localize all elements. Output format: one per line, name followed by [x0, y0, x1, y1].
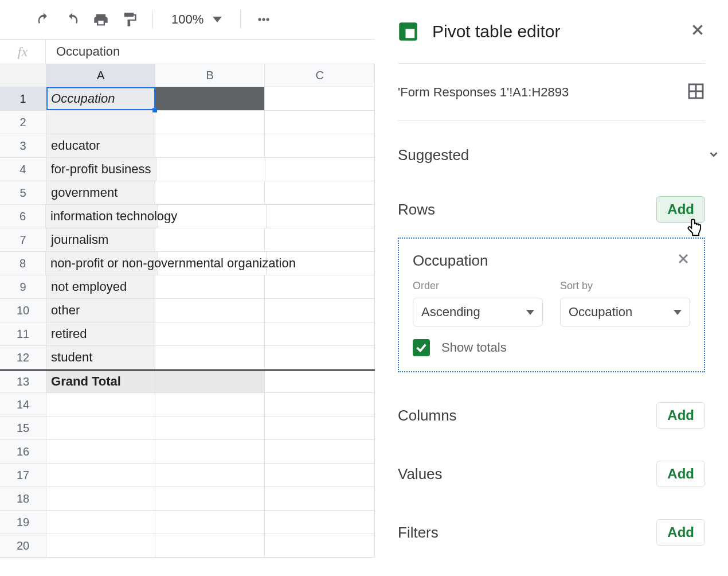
row-header[interactable]: 11 — [0, 322, 46, 345]
row-header[interactable]: 12 — [0, 346, 46, 369]
cell[interactable]: non-profit or non-governmental organizat… — [46, 252, 158, 275]
cell[interactable] — [265, 464, 375, 487]
cell[interactable] — [265, 534, 375, 557]
cell[interactable] — [155, 534, 265, 557]
cell[interactable] — [155, 464, 265, 487]
cell[interactable] — [265, 322, 375, 345]
cell[interactable] — [46, 440, 155, 463]
row-header[interactable]: 5 — [0, 181, 46, 204]
cell[interactable] — [155, 487, 265, 510]
cell[interactable] — [155, 275, 265, 298]
row-header[interactable]: 15 — [0, 417, 46, 439]
cell[interactable] — [265, 371, 375, 392]
suggested-section[interactable]: Suggested — [398, 146, 705, 164]
col-header[interactable]: B — [155, 64, 265, 87]
cell[interactable] — [155, 417, 265, 439]
cell[interactable] — [265, 440, 375, 463]
cell[interactable] — [46, 417, 155, 439]
cell[interactable] — [265, 417, 375, 439]
cell[interactable] — [46, 393, 155, 416]
row-header[interactable]: 7 — [0, 228, 46, 251]
cell[interactable]: student — [46, 346, 155, 369]
cell[interactable]: government — [46, 181, 155, 204]
cell[interactable] — [155, 393, 265, 416]
row-header[interactable]: 1 — [0, 87, 46, 110]
cell[interactable]: other — [46, 299, 155, 322]
undo-icon[interactable] — [33, 9, 54, 30]
cell[interactable] — [265, 228, 375, 251]
redo-icon[interactable] — [62, 9, 83, 30]
cell[interactable] — [156, 158, 266, 181]
print-icon[interactable] — [91, 9, 111, 30]
select-all-corner[interactable] — [0, 64, 46, 87]
row-header[interactable]: 17 — [0, 464, 46, 487]
col-header[interactable]: A — [46, 64, 155, 87]
row-header[interactable]: 3 — [0, 134, 46, 157]
cell[interactable]: Occupation — [46, 87, 155, 110]
cell[interactable] — [265, 181, 375, 204]
add-columns-button[interactable]: Add — [656, 402, 705, 429]
row-header[interactable]: 10 — [0, 299, 46, 322]
row-header[interactable]: 13 — [0, 371, 46, 392]
cell[interactable] — [155, 134, 265, 157]
chevron-down-icon[interactable] — [707, 148, 720, 162]
cell[interactable]: not employed — [46, 275, 155, 298]
cell[interactable] — [265, 158, 375, 181]
cell[interactable]: educator — [46, 134, 155, 157]
cell[interactable] — [265, 87, 375, 110]
col-header[interactable]: C — [265, 64, 375, 87]
zoom-select[interactable]: 100% — [166, 12, 228, 27]
cell[interactable] — [265, 487, 375, 510]
cell[interactable] — [265, 511, 375, 534]
cell[interactable] — [155, 511, 265, 534]
cell[interactable] — [155, 228, 265, 251]
cell[interactable] — [265, 393, 375, 416]
add-rows-button[interactable]: Add — [656, 196, 705, 223]
row-header[interactable]: 19 — [0, 511, 46, 534]
add-filters-button[interactable]: Add — [656, 519, 705, 546]
cell[interactable] — [265, 299, 375, 322]
select-range-icon[interactable] — [687, 82, 705, 102]
more-icon[interactable] — [253, 9, 274, 30]
cell[interactable] — [155, 440, 265, 463]
cell[interactable]: for-profit business — [46, 158, 156, 181]
cell[interactable]: Grand Total — [46, 371, 155, 392]
cell[interactable] — [155, 181, 265, 204]
row-header[interactable]: 8 — [0, 252, 46, 275]
row-header[interactable]: 14 — [0, 393, 46, 416]
row-header[interactable]: 6 — [0, 205, 46, 228]
row-header[interactable]: 9 — [0, 275, 46, 298]
cell[interactable] — [265, 111, 375, 134]
add-values-button[interactable]: Add — [656, 461, 705, 487]
sortby-select[interactable]: Occupation — [560, 298, 690, 326]
cell[interactable] — [46, 111, 155, 134]
cell[interactable] — [46, 511, 155, 534]
row-header[interactable]: 18 — [0, 487, 46, 510]
remove-field-icon[interactable] — [676, 251, 690, 270]
data-range[interactable]: 'Form Responses 1'!A1:H2893 — [398, 85, 569, 100]
row-header[interactable]: 20 — [0, 534, 46, 557]
cell[interactable]: retired — [46, 322, 155, 345]
cell[interactable] — [46, 487, 155, 510]
row-header[interactable]: 2 — [0, 111, 46, 134]
cell[interactable]: journalism — [46, 228, 155, 251]
cell[interactable] — [155, 346, 265, 369]
cell[interactable] — [155, 371, 265, 392]
order-select[interactable]: Ascending — [413, 298, 543, 326]
show-totals-checkbox[interactable] — [413, 339, 430, 356]
cell[interactable] — [155, 322, 265, 345]
cell[interactable]: information technology — [46, 205, 158, 228]
cell[interactable] — [265, 275, 375, 298]
cell[interactable] — [155, 299, 265, 322]
cell[interactable] — [46, 464, 155, 487]
cell[interactable] — [155, 111, 265, 134]
row-header[interactable]: 16 — [0, 440, 46, 463]
cell[interactable] — [46, 534, 155, 557]
cell[interactable] — [265, 346, 375, 369]
close-icon[interactable] — [690, 22, 705, 41]
paint-format-icon[interactable] — [119, 9, 140, 30]
cell[interactable] — [265, 134, 375, 157]
cell[interactable] — [155, 87, 265, 110]
cell[interactable] — [267, 205, 375, 228]
row-header[interactable]: 4 — [0, 158, 46, 181]
